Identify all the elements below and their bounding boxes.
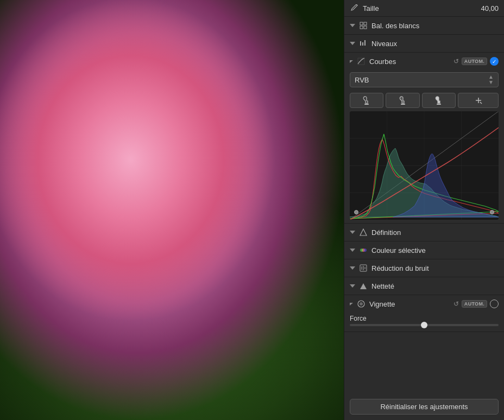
vignette-section: Vignette ↺ AUTOM. Force xyxy=(344,295,504,332)
tool-value: 40,00 xyxy=(481,4,499,12)
histogram-area xyxy=(350,111,499,220)
vignette-expand-triangle xyxy=(350,303,353,306)
force-label: Force xyxy=(350,315,367,322)
expand-triangle xyxy=(350,249,355,252)
reduction-bruit-label: Réduction du bruit xyxy=(371,264,499,272)
svg-rect-7 xyxy=(358,58,364,65)
svg-rect-0 xyxy=(360,22,363,25)
vignette-label: Vignette xyxy=(369,300,450,308)
photo-area xyxy=(0,0,344,420)
couleur-selective-row[interactable]: Couleur sélective xyxy=(344,241,504,259)
expand-triangle xyxy=(350,24,355,27)
svg-point-30 xyxy=(360,302,363,306)
expand-triangle xyxy=(350,284,355,288)
pencil-icon xyxy=(350,3,360,13)
add-point-button[interactable] xyxy=(458,93,499,108)
svg-rect-8 xyxy=(364,104,369,105)
definition-icon xyxy=(358,227,368,237)
adjustment-panel: Taille 40,00 Bal. des blancs Niveaux xyxy=(344,0,504,420)
nettete-row[interactable]: Netteté xyxy=(344,277,504,295)
courbes-actions: ↺ AUTOM. ✓ xyxy=(453,57,499,66)
flower-image xyxy=(0,0,344,420)
force-slider-thumb[interactable] xyxy=(421,322,427,328)
courbes-header[interactable]: Courbes ↺ AUTOM. ✓ xyxy=(344,53,504,70)
vignette-enable-circle[interactable] xyxy=(490,300,499,308)
curve-handle-left[interactable] xyxy=(354,210,358,214)
couleur-selective-icon xyxy=(358,245,368,255)
svg-rect-10 xyxy=(437,104,441,105)
expand-triangle xyxy=(350,231,355,234)
nettete-label: Netteté xyxy=(371,282,499,290)
black-point-eyedropper[interactable] xyxy=(350,93,383,108)
rvb-dropdown[interactable]: RVB ▲ ▼ xyxy=(350,72,499,87)
courbes-icon xyxy=(356,56,366,66)
expand-triangle xyxy=(350,42,355,45)
force-label-row: Force xyxy=(350,315,499,322)
histogram-svg xyxy=(350,111,499,220)
tool-label: Taille xyxy=(363,4,477,12)
vignette-header[interactable]: Vignette ↺ AUTOM. xyxy=(344,295,504,313)
nettete-icon xyxy=(358,281,368,291)
force-slider-track[interactable] xyxy=(350,324,499,326)
tool-row[interactable]: Taille 40,00 xyxy=(344,0,504,17)
svg-line-13 xyxy=(480,102,482,104)
svg-point-24 xyxy=(363,249,367,252)
courbes-autom-badge[interactable]: AUTOM. xyxy=(462,58,487,65)
svg-rect-2 xyxy=(360,26,363,29)
couleur-selective-label: Couleur sélective xyxy=(371,246,499,254)
svg-point-23 xyxy=(360,249,363,252)
force-slider-row: Force xyxy=(344,313,504,329)
definition-row[interactable]: Définition xyxy=(344,224,504,241)
niveaux-label: Niveaux xyxy=(371,40,499,48)
white-point-eyedropper[interactable] xyxy=(422,93,456,108)
svg-rect-9 xyxy=(401,104,405,105)
expand-triangle xyxy=(350,266,355,270)
reset-adjustments-button[interactable]: Réinitialiser les ajustements xyxy=(350,399,499,415)
niveaux-row[interactable]: Niveaux xyxy=(344,35,504,53)
vignette-actions: ↺ AUTOM. xyxy=(453,300,499,308)
rvb-row: RVB ▲ ▼ xyxy=(344,70,504,91)
courbes-check-circle[interactable]: ✓ xyxy=(490,57,499,66)
rvb-label: RVB xyxy=(355,76,369,84)
svg-rect-6 xyxy=(364,40,366,46)
courbes-label: Courbes xyxy=(369,58,450,66)
rvb-arrows-icon: ▲ ▼ xyxy=(488,74,494,85)
definition-label: Définition xyxy=(371,228,499,237)
svg-rect-5 xyxy=(362,42,363,46)
gray-point-eyedropper[interactable] xyxy=(386,93,419,108)
courbes-section: Courbes ↺ AUTOM. ✓ RVB ▲ ▼ xyxy=(344,53,504,224)
reduction-bruit-icon xyxy=(358,263,368,273)
niveaux-icon xyxy=(358,39,368,48)
vignette-reset-icon[interactable]: ↺ xyxy=(453,300,459,308)
svg-rect-1 xyxy=(364,22,367,25)
bal-des-blancs-row[interactable]: Bal. des blancs xyxy=(344,17,504,35)
reset-btn-row: Réinitialiser les ajustements xyxy=(344,393,504,420)
vignette-icon xyxy=(356,299,366,309)
svg-rect-4 xyxy=(360,41,361,46)
courbes-reset-icon[interactable]: ↺ xyxy=(453,58,459,65)
courbes-expand-triangle xyxy=(350,60,353,63)
curve-handle-right[interactable] xyxy=(490,210,494,214)
svg-rect-3 xyxy=(364,26,367,29)
bal-blancs-label: Bal. des blancs xyxy=(371,22,499,30)
eyedropper-row xyxy=(344,91,504,111)
vignette-autom-badge[interactable]: AUTOM. xyxy=(462,300,487,308)
reduction-bruit-row[interactable]: Réduction du bruit xyxy=(344,259,504,277)
bal-blancs-icon xyxy=(358,21,368,30)
